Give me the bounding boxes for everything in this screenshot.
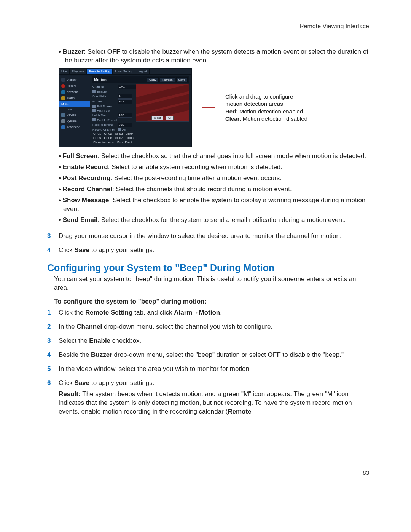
lbl-all: All bbox=[122, 128, 126, 131]
text: : Select the checkbox for the system to … bbox=[97, 216, 346, 224]
bullet-recch: Record Channel: Select the channels that… bbox=[59, 185, 369, 194]
step-number: 1 bbox=[47, 308, 51, 317]
ch-label: CH02 bbox=[104, 132, 112, 136]
sidebar-item-system[interactable]: System bbox=[59, 118, 90, 124]
seg: checkbox. bbox=[110, 337, 141, 344]
section-heading-beep: Configuring your System to "Beep" During… bbox=[47, 262, 369, 273]
result-text: The system beeps when it detects motion,… bbox=[59, 390, 352, 415]
sidebar-item-record[interactable]: Record bbox=[59, 83, 90, 89]
term: Buzzer bbox=[63, 48, 84, 55]
system-icon bbox=[61, 119, 65, 123]
device-icon bbox=[61, 113, 65, 117]
ch-label: CH03 bbox=[115, 132, 123, 136]
seg-b: OFF bbox=[268, 351, 281, 358]
top-tabs: Live Playback Remote Setting Local Setti… bbox=[59, 69, 191, 75]
tab-local-setting[interactable]: Local Setting bbox=[113, 69, 135, 74]
lbl: Alarm out bbox=[97, 109, 110, 112]
row-ch5-8: CH05 CH06 CH07 CH08 bbox=[92, 136, 189, 140]
ui-body: Display Record Network Alarm Motion Alar… bbox=[59, 75, 191, 147]
callout-line: motion detection areas bbox=[225, 100, 307, 108]
bullet-sendemail: Send Email: Select the checkbox for the … bbox=[59, 216, 369, 225]
seg: In the video window, select the area you… bbox=[59, 365, 251, 372]
tab-logout[interactable]: Logout bbox=[135, 69, 150, 74]
seg: Select the bbox=[59, 337, 89, 344]
sidebar-label: Device bbox=[67, 113, 76, 117]
ch-label: CH05 bbox=[93, 136, 101, 140]
term: Post Recording bbox=[63, 174, 111, 182]
sidebar-item-motion[interactable]: Motion bbox=[59, 101, 90, 107]
row-recch: Record ChannelAll bbox=[92, 128, 189, 131]
bullet-showmsg: Show Message: Select the checkbox to ena… bbox=[59, 196, 369, 214]
text: : Select bbox=[84, 48, 107, 55]
lbl: Record Channel bbox=[92, 128, 116, 131]
seg: Click bbox=[59, 379, 75, 387]
alarmout-checkbox[interactable] bbox=[92, 109, 96, 112]
sidebar-item-device[interactable]: Device bbox=[59, 112, 90, 118]
motion-config-figure: Live Playback Remote Setting Local Setti… bbox=[59, 68, 369, 147]
enablerec-checkbox[interactable] bbox=[92, 118, 96, 121]
refresh-button[interactable]: Refresh bbox=[160, 77, 175, 82]
sidebar-item-network[interactable]: Network bbox=[59, 89, 90, 95]
step-number: 4 bbox=[47, 246, 51, 255]
step-b2: 2In the Channel drop-down menu, select t… bbox=[42, 323, 369, 331]
red-label: Red bbox=[225, 108, 236, 115]
section-subhead: To configure the system to "beep" during… bbox=[54, 298, 369, 305]
row-ch1-4: CH01 CH02 CH03 CH04 bbox=[92, 132, 189, 136]
tab-live[interactable]: Live bbox=[59, 69, 70, 74]
sidebar-label: Motion bbox=[61, 102, 70, 106]
result-tail-bold: Remote bbox=[228, 408, 251, 415]
tab-remote-setting[interactable]: Remote Setting bbox=[87, 69, 113, 74]
sidebar-item-display[interactable]: Display bbox=[59, 77, 90, 83]
seg-b: Buzzer bbox=[91, 351, 112, 358]
callout-text: Click and drag to configure motion detec… bbox=[225, 93, 307, 123]
ch-label: CH04 bbox=[126, 132, 133, 136]
text: : Motion detection enabled bbox=[236, 108, 303, 115]
seg-b: Enable bbox=[89, 337, 110, 344]
step-number: 2 bbox=[47, 323, 51, 331]
seg: Click the bbox=[59, 309, 85, 316]
latch-select[interactable]: 10S bbox=[118, 113, 132, 118]
enable-checkbox[interactable] bbox=[92, 90, 96, 93]
step-b1: 1Click the Remote Setting tab, and click… bbox=[42, 308, 369, 317]
seg: to apply your settings. bbox=[89, 379, 154, 387]
term: Enable Record bbox=[63, 163, 108, 171]
record-icon bbox=[61, 84, 65, 88]
seg-b: Channel bbox=[76, 323, 102, 330]
sidebar-label: Alarm bbox=[67, 96, 75, 100]
sidebar-sub-alarm[interactable]: Alarm bbox=[59, 107, 90, 112]
running-header: Remote Viewing Interface bbox=[42, 23, 369, 32]
recch-all-checkbox[interactable] bbox=[118, 128, 121, 131]
sidebar-item-advanced[interactable]: Advanced bbox=[59, 124, 90, 130]
ui-main-panel: Motion Copy Refresh Save ChannelCH1 Enab… bbox=[90, 75, 191, 147]
seg-b: Save bbox=[75, 379, 90, 387]
step-number: 4 bbox=[47, 351, 51, 359]
alarm-icon bbox=[61, 96, 65, 100]
motion-grid[interactable]: Clear All bbox=[136, 84, 189, 122]
clear-button[interactable]: Clear bbox=[151, 116, 163, 120]
pre: Click bbox=[59, 246, 75, 254]
fullscreen-checkbox[interactable] bbox=[92, 105, 96, 108]
ch-label: CH08 bbox=[126, 136, 133, 140]
all-button[interactable]: All bbox=[166, 116, 174, 120]
tab-playback[interactable]: Playback bbox=[70, 69, 87, 74]
buzzer-select[interactable]: 10S bbox=[118, 99, 132, 104]
callout-line: Red: Motion detection enabled bbox=[225, 108, 307, 115]
sensitivity-select[interactable]: 4 bbox=[118, 94, 132, 99]
seg: drop-down menu, select the channel you w… bbox=[102, 323, 272, 330]
step-b6: 6Click Save to apply your settings. Resu… bbox=[42, 379, 369, 416]
bold: Save bbox=[75, 246, 90, 254]
copy-button[interactable]: Copy bbox=[147, 77, 159, 82]
sidebar-label: Advanced bbox=[67, 125, 80, 129]
page-number: 83 bbox=[42, 470, 369, 476]
step-b4: 4Beside the Buzzer drop-down menu, selec… bbox=[42, 351, 369, 359]
row-showmsg-email: Show Message Send Email bbox=[92, 141, 189, 144]
step-text: Drag your mouse cursor in the window to … bbox=[59, 232, 342, 240]
term: Send Email bbox=[63, 216, 98, 224]
sidebar-item-alarm[interactable]: Alarm bbox=[59, 95, 90, 101]
seg: Beside the bbox=[59, 351, 91, 358]
ch-label: CH07 bbox=[115, 136, 123, 140]
step-number: 3 bbox=[47, 232, 51, 241]
postrec-select[interactable]: 30S bbox=[118, 123, 132, 127]
bullet-list-after-fig: Full Screen: Select the checkbox so that… bbox=[42, 152, 369, 225]
save-button[interactable]: Save bbox=[176, 77, 188, 82]
